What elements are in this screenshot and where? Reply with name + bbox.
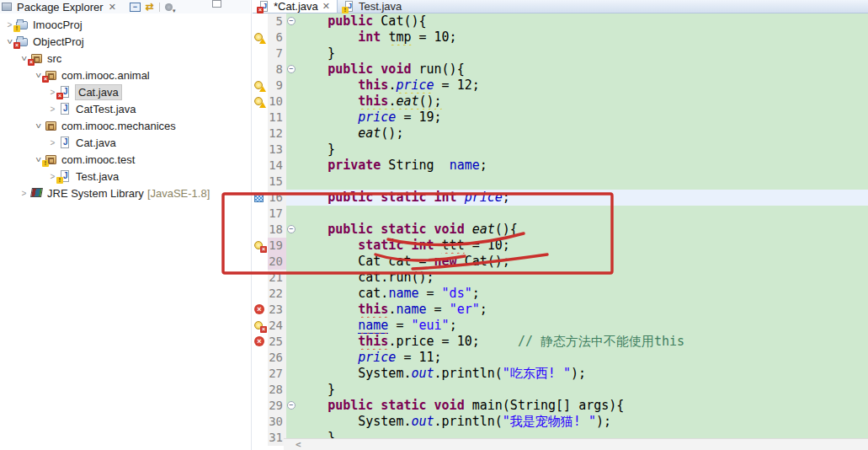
- fold-collapse-icon[interactable]: −: [287, 225, 296, 233]
- annotation-ruler-cell: [253, 430, 268, 446]
- code-line-19[interactable]: 19 static int ttt = 10;: [253, 238, 868, 254]
- code-line-8[interactable]: 8− public void run(){: [253, 62, 868, 78]
- tree-item-objectproj[interactable]: >×ObjectProj: [0, 33, 250, 50]
- code-text[interactable]: public static void eat(){: [297, 222, 868, 238]
- code-text[interactable]: System.out.println("我是宠物猫! ");: [297, 414, 868, 430]
- code-line-12[interactable]: 12 eat();: [253, 126, 868, 142]
- code-line-28[interactable]: 28 }: [253, 382, 868, 398]
- bulb-error-icon[interactable]: [254, 320, 265, 331]
- code-text[interactable]: [297, 174, 868, 190]
- line-number: 6: [268, 29, 286, 46]
- tree-item-cattest-java[interactable]: >CatTest.java: [0, 100, 250, 117]
- code-line-16[interactable]: 16 public static int price;: [253, 190, 868, 206]
- code-text[interactable]: Cat cat = new Cat();: [297, 254, 868, 270]
- bulb-error-icon[interactable]: [254, 240, 265, 251]
- code-line-22[interactable]: 22 cat.name = "ds";: [253, 286, 868, 302]
- code-text[interactable]: public static void main(String[] args){: [297, 398, 868, 414]
- horizontal-scrollbar[interactable]: <: [284, 438, 868, 450]
- jfile-icon: [59, 103, 72, 115]
- code-line-18[interactable]: 18− public static void eat(){: [253, 222, 868, 238]
- code-line-20[interactable]: 20 Cat cat = new Cat();: [253, 254, 868, 270]
- code-text[interactable]: this.price = 10; // 静态方法中不能使用this: [297, 334, 868, 350]
- code-line-27[interactable]: 27 System.out.println("吃东西! ");: [253, 366, 868, 382]
- error-icon[interactable]: [254, 304, 264, 314]
- fold-collapse-icon[interactable]: −: [287, 17, 296, 25]
- folding-ruler-cell: [286, 78, 297, 94]
- code-line-23[interactable]: 23 this.name = "er";: [253, 302, 868, 318]
- code-text[interactable]: private String name;: [297, 158, 868, 174]
- folding-ruler-cell: −: [286, 222, 297, 238]
- tab-test-java[interactable]: ! Test.java: [338, 0, 408, 13]
- bulb-warning-icon[interactable]: [254, 96, 265, 107]
- annotation-ruler-cell: [253, 110, 268, 126]
- tree-item-jre-system-library[interactable]: >JRE System Library[JavaSE-1.8]: [0, 185, 250, 201]
- code-line-21[interactable]: 21 cat.run();: [253, 270, 868, 286]
- code-text[interactable]: static int ttt = 10;: [297, 238, 868, 254]
- fold-collapse-icon[interactable]: −: [287, 401, 296, 410]
- code-text[interactable]: }: [297, 382, 868, 398]
- code-line-15[interactable]: 15: [253, 174, 868, 190]
- close-view-icon[interactable]: ✕: [109, 3, 116, 12]
- view-menu-icon[interactable]: [165, 3, 173, 11]
- code-line-9[interactable]: 9 this.price = 12;: [253, 78, 868, 94]
- tree-item-src[interactable]: >×src: [0, 50, 250, 67]
- tree-item-label: Cat.java: [76, 85, 121, 99]
- close-tab-icon[interactable]: ✕: [322, 2, 330, 11]
- code-line-13[interactable]: 13 }: [253, 142, 868, 158]
- code-text[interactable]: cat.run();: [297, 270, 868, 286]
- tree-item-cat-java[interactable]: >×Cat.java: [0, 83, 250, 100]
- expand-arrow-icon[interactable]: >: [19, 189, 29, 198]
- tree-item-imoocproj[interactable]: >!ImoocProj: [0, 16, 250, 33]
- bulb-warning-icon[interactable]: [254, 80, 265, 91]
- code-line-30[interactable]: 30 System.out.println("我是宠物猫! ");: [253, 414, 868, 430]
- code-line-11[interactable]: 11 price = 19;: [253, 110, 868, 126]
- code-text[interactable]: System.out.println("吃东西! ");: [297, 366, 868, 382]
- code-text[interactable]: public Cat(){: [297, 13, 868, 29]
- code-text[interactable]: cat.name = "ds";: [297, 286, 868, 302]
- code-line-5[interactable]: 5− public Cat(){: [253, 13, 868, 29]
- expand-arrow-icon[interactable]: >: [48, 138, 57, 147]
- edit-position-marker-icon[interactable]: [254, 193, 264, 202]
- collapse-all-icon[interactable]: −: [130, 3, 141, 12]
- code-line-17[interactable]: 17: [253, 206, 868, 222]
- code-text[interactable]: int tmp = 10;: [297, 29, 868, 46]
- code-line-25[interactable]: 25 this.price = 10; // 静态方法中不能使用this: [253, 334, 868, 350]
- code-text[interactable]: public void run(){: [297, 62, 868, 78]
- tree-item-test-java[interactable]: >!Test.java: [0, 168, 250, 185]
- project-tree[interactable]: >!ImoocProj>×ObjectProj>×src>×com.imooc.…: [0, 13, 250, 201]
- code-line-26[interactable]: 26 price = 11;: [253, 350, 868, 366]
- code-line-7[interactable]: 7 }: [253, 46, 868, 62]
- collapse-arrow-icon[interactable]: >: [34, 121, 43, 131]
- code-line-6[interactable]: 6 int tmp = 10;: [253, 29, 868, 46]
- tree-item-cat-java[interactable]: >Cat.java: [0, 134, 250, 151]
- code-line-10[interactable]: 10 this.eat();: [253, 94, 868, 110]
- code-text[interactable]: [297, 206, 868, 222]
- code-text[interactable]: this.price = 12;: [297, 78, 868, 94]
- code-line-24[interactable]: 24 name = "eui";: [253, 318, 868, 334]
- code-text[interactable]: public static int price;: [297, 190, 868, 206]
- code-text[interactable]: this.eat();: [297, 94, 868, 110]
- tree-item-label: ImoocProj: [33, 19, 83, 31]
- code-line-14[interactable]: 14 private String name;: [253, 158, 868, 174]
- code-text[interactable]: name = "eui";: [297, 318, 868, 334]
- tree-item-com-imooc-animal[interactable]: >×com.imooc.animal: [0, 67, 250, 83]
- error-icon[interactable]: [254, 336, 264, 346]
- line-number: 20: [268, 254, 286, 270]
- expand-arrow-icon[interactable]: >: [48, 104, 57, 114]
- restore-window-icon[interactable]: [212, 0, 221, 8]
- link-with-editor-icon[interactable]: ⇄: [146, 2, 154, 12]
- code-text[interactable]: }: [297, 142, 868, 158]
- code-line-29[interactable]: 29− public static void main(String[] arg…: [253, 398, 868, 414]
- code-text[interactable]: this.name = "er";: [297, 302, 868, 318]
- tab-cat-java[interactable]: × *Cat.java ✕: [253, 0, 338, 13]
- tree-item-com-imooc-test[interactable]: >!com.imooc.test: [0, 151, 250, 168]
- code-editor[interactable]: 5− public Cat(){6 int tmp = 10;7 }8− pub…: [253, 13, 868, 450]
- scroll-left-icon[interactable]: <: [296, 439, 301, 450]
- tree-item-com-imooc-mechanices[interactable]: >com.imooc.mechanices: [0, 117, 250, 134]
- bulb-warning-icon[interactable]: [254, 32, 265, 43]
- code-text[interactable]: price = 19;: [297, 110, 868, 126]
- code-text[interactable]: eat();: [297, 126, 868, 142]
- fold-collapse-icon[interactable]: −: [287, 65, 296, 73]
- code-text[interactable]: }: [297, 46, 868, 62]
- code-text[interactable]: price = 11;: [297, 350, 868, 366]
